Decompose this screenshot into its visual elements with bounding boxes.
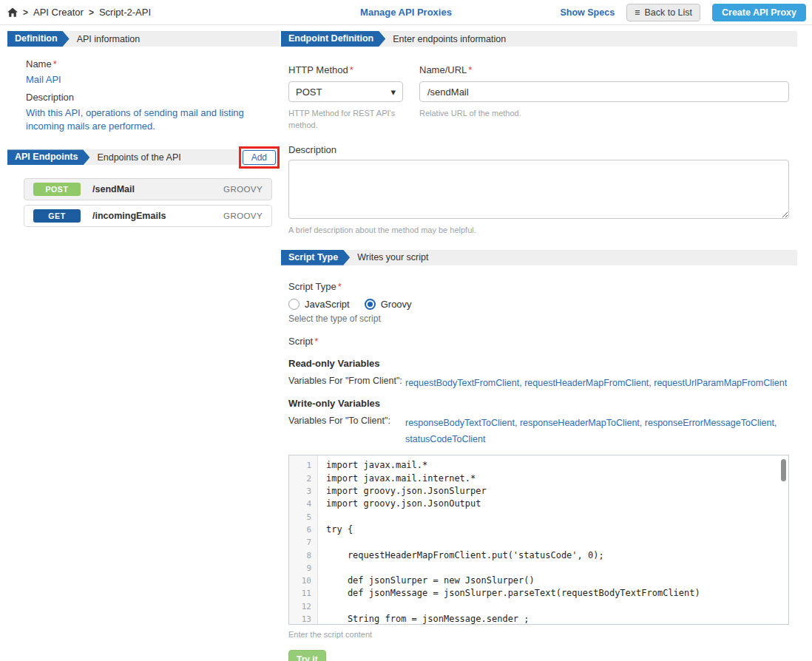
add-endpoint-button[interactable]: Add [243, 150, 276, 165]
from-client-label: Variables For "From Client": [288, 376, 405, 392]
code-line[interactable]: 13 String from = jsonMessage.sender ; [289, 613, 788, 625]
radio-javascript[interactable]: JavaScript [288, 299, 350, 310]
required-asterisk: * [468, 64, 472, 75]
code-text [317, 600, 326, 613]
header-actions: Show Specs ≡ Back to List Create API Pro… [560, 4, 806, 21]
readonly-variables-heading: Read-only Variables [288, 358, 789, 369]
radio-groovy-label: Groovy [381, 299, 412, 310]
script-type-radio-group: JavaScript Groovy [288, 299, 789, 310]
script-type-section-header: Script Type Writes your script [281, 250, 797, 265]
endpoint-path: /incomingEmails [92, 211, 166, 221]
code-text: import javax.mail.internet.* [317, 472, 476, 485]
name-label: Name* [26, 58, 272, 70]
editor-scrollbar-thumb[interactable] [781, 459, 786, 481]
endpoint-row-incomingemails[interactable]: GET /incomingEmails GROOVY [24, 205, 272, 227]
name-url-input[interactable] [419, 81, 789, 102]
code-line[interactable]: 6try { [289, 523, 788, 536]
endpoint-script-type: GROOVY [223, 185, 263, 194]
code-text: import groovy.json.JsonOutput [317, 498, 481, 510]
code-text: requestHeaderMapFromClient.put('statusCo… [317, 549, 604, 562]
script-type-subtitle: Writes your script [357, 252, 428, 262]
line-number: 13 [289, 613, 317, 625]
line-number: 5 [289, 511, 317, 523]
name-url-help: Relative URL of the method. [419, 108, 789, 120]
http-method-select[interactable]: POST ▾ [288, 81, 403, 102]
radio-javascript-label: JavaScript [305, 299, 350, 310]
script-type-label: Script Type* [288, 281, 789, 292]
code-text [317, 511, 326, 523]
radio-groovy[interactable]: Groovy [365, 299, 412, 310]
chevron-down-icon: ▾ [390, 87, 396, 98]
try-it-button[interactable]: Try it [288, 650, 326, 661]
writeonly-variables-heading: Write-only Variables [288, 398, 789, 409]
code-line[interactable]: 8 requestHeaderMapFromClient.put('status… [289, 549, 788, 562]
script-label: Script* [288, 336, 789, 347]
code-text: String from = jsonMessage.sender ; [317, 613, 530, 625]
code-line[interactable]: 12 [289, 600, 788, 613]
code-line[interactable]: 5 [289, 511, 788, 523]
code-editor-lines: 1import javax.mail.*2import javax.mail.i… [289, 455, 788, 625]
endpoint-definition-subtitle: Enter endpoints information [393, 34, 506, 44]
endpoint-script-type: GROOVY [223, 211, 263, 220]
api-information-fields: Name* Mail API Description With this API… [26, 58, 272, 133]
line-number: 10 [289, 574, 317, 587]
from-client-variables-row: Variables For "From Client": requestBody… [288, 376, 789, 392]
line-number: 11 [289, 587, 317, 600]
line-number: 4 [289, 498, 317, 510]
description-field-label: Description [288, 144, 789, 155]
code-text [317, 562, 326, 574]
line-number: 1 [289, 459, 317, 472]
breadcrumb: > API Creator > Script-2-API [7, 7, 151, 18]
required-asterisk: * [314, 336, 318, 347]
endpoint-path: /sendMail [92, 184, 135, 194]
endpoint-definition-panel: Endpoint Definition Enter endpoints info… [281, 31, 797, 661]
home-icon[interactable] [7, 7, 18, 17]
code-text: def jsonMessage = jsonSlurper.parseText(… [317, 587, 700, 600]
radio-icon [288, 299, 300, 310]
code-text [317, 536, 326, 549]
code-line[interactable]: 2import javax.mail.internet.* [289, 472, 788, 485]
to-client-label: Variables For "To Client": [288, 416, 405, 448]
line-number: 9 [289, 562, 317, 574]
add-button-highlight-box: Add [239, 146, 280, 169]
from-client-variable-links[interactable]: requestBodyTextFromClient, requestHeader… [405, 376, 789, 392]
required-asterisk: * [338, 281, 342, 292]
code-text: try { [317, 523, 353, 536]
show-specs-link[interactable]: Show Specs [560, 7, 615, 18]
api-endpoints-tab[interactable]: API Endpoints [7, 149, 89, 165]
code-line[interactable]: 10 def jsonSlurper = new JsonSlurper() [289, 574, 788, 587]
code-line[interactable]: 4import groovy.json.JsonOutput [289, 498, 788, 510]
breadcrumb-app[interactable]: API Creator [33, 7, 84, 18]
to-client-variables-row: Variables For "To Client": responseBodyT… [288, 416, 789, 448]
line-number: 3 [289, 485, 317, 498]
back-to-list-button[interactable]: ≡ Back to List [626, 4, 700, 21]
code-text: def jsonSlurper = new JsonSlurper() [317, 574, 535, 587]
breadcrumb-separator: > [23, 7, 28, 18]
script-type-tab[interactable]: Script Type [281, 250, 350, 265]
to-client-variable-links[interactable]: responseBodyTextToClient, responseHeader… [405, 416, 789, 448]
code-line[interactable]: 7 [289, 536, 788, 549]
code-line[interactable]: 3import groovy.json.JsonSlurper [289, 485, 788, 498]
api-name-value: Mail API [26, 74, 272, 85]
endpoint-definition-section-header: Endpoint Definition Enter endpoints info… [281, 31, 797, 47]
script-type-help: Select the type of script [288, 313, 789, 324]
breadcrumb-separator: > [89, 7, 94, 18]
code-line[interactable]: 1import javax.mail.* [289, 459, 788, 472]
code-line[interactable]: 9 [289, 562, 788, 574]
definition-tab[interactable]: Definition [7, 31, 70, 47]
method-badge-get: GET [33, 209, 81, 223]
line-number: 7 [289, 536, 317, 549]
top-bar: > API Creator > Script-2-API Manage API … [0, 0, 812, 25]
create-api-proxy-button[interactable]: Create API Proxy [712, 4, 806, 21]
api-description-value: With this API, operations of sending mai… [26, 106, 270, 133]
code-text: import javax.mail.* [317, 459, 427, 472]
endpoint-row-sendmail[interactable]: POST /sendMail GROOVY [24, 178, 272, 200]
endpoint-list: POST /sendMail GROOVY GET /incomingEmail… [24, 178, 272, 227]
description-textarea[interactable] [288, 160, 789, 219]
script-help: Enter the script content [288, 629, 789, 641]
api-endpoints-subtitle: Endpoints of the API [97, 152, 180, 163]
code-line[interactable]: 11 def jsonMessage = jsonSlurper.parseTe… [289, 587, 788, 600]
endpoint-definition-tab[interactable]: Endpoint Definition [281, 31, 385, 47]
line-number: 6 [289, 523, 317, 536]
script-code-editor[interactable]: 1import javax.mail.*2import javax.mail.i… [288, 455, 789, 625]
